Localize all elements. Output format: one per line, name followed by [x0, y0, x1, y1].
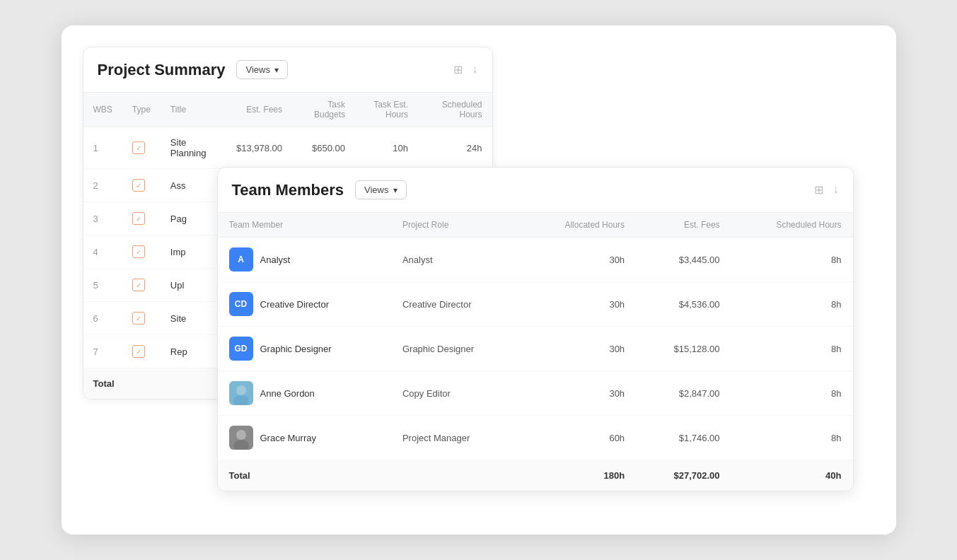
col-type: Type: [122, 93, 161, 127]
col-est-fees: Est. Fees: [226, 93, 292, 127]
type-cell: ✓: [122, 127, 161, 169]
title-cell: Site Planning: [161, 127, 226, 169]
checkbox-icon[interactable]: ✓: [132, 212, 145, 225]
scheduled-hours-cell: 8h: [731, 371, 853, 416]
member-name: Analyst: [260, 255, 291, 265]
est-fees-cell: $1,746.00: [636, 416, 731, 460]
type-cell: ✓: [122, 169, 161, 202]
table-row: 1 ✓ Site Planning $13,978.00 $650.00 10h…: [83, 127, 492, 169]
chevron-down-icon: [274, 64, 279, 75]
member-name: Grace Murray: [260, 433, 316, 443]
type-cell: ✓: [122, 269, 161, 302]
member-cell: Grace Murray: [218, 416, 391, 460]
svg-point-1: [236, 385, 246, 395]
grid-icon[interactable]: [814, 183, 823, 197]
project-summary-icons: [453, 63, 478, 76]
col-task-est-hours: Task Est. Hours: [355, 93, 418, 127]
avatar: CD: [229, 292, 253, 316]
checkbox-icon[interactable]: ✓: [132, 345, 145, 358]
role-cell: Copy Editor: [391, 371, 521, 416]
member-name: Creative Director: [260, 299, 330, 310]
team-members-table: Team Member Project Role Allocated Hours…: [218, 213, 853, 491]
table-row: A Analyst Analyst 30h $3,445.00 8h: [218, 238, 853, 282]
role-cell: Project Manager: [391, 416, 521, 460]
type-cell: ✓: [122, 235, 161, 269]
team-members-title: Team Members: [232, 181, 344, 199]
col-est-fees: Est. Fees: [636, 213, 731, 238]
download-icon[interactable]: [833, 183, 839, 197]
allocated-hours-cell: 30h: [521, 327, 636, 371]
type-cell: ✓: [122, 302, 161, 335]
col-title: Title: [161, 93, 226, 127]
table-row: CD Creative Director Creative Director 3…: [218, 282, 853, 327]
col-task-budgets: Task Budgets: [292, 93, 355, 127]
total-scheduled-hours: 40h: [731, 460, 853, 491]
team-members-header: Team Members Views: [218, 168, 853, 213]
avatar: [229, 426, 253, 450]
avatar: [229, 381, 253, 405]
svg-point-4: [236, 430, 246, 440]
member-cell: Anne Gordon: [218, 371, 391, 416]
team-members-icons: [814, 183, 839, 197]
team-total-row: Total 180h $27,702.00 40h: [218, 460, 853, 491]
est-fees-cell: $4,536.00: [636, 282, 731, 327]
wbs-cell: 7: [83, 335, 122, 368]
col-wbs: WBS: [83, 93, 122, 127]
scheduled-hours-cell: 8h: [731, 327, 853, 371]
scheduled-hours-cell: 8h: [731, 238, 853, 282]
summary-table-header-row: WBS Type Title Est. Fees Task Budgets Ta…: [83, 93, 492, 127]
wbs-cell: 3: [83, 202, 122, 235]
checkbox-icon[interactable]: ✓: [132, 179, 145, 192]
member-cell: GD Graphic Designer: [218, 327, 391, 371]
project-summary-title: Project Summary: [98, 61, 226, 79]
avatar: A: [229, 247, 253, 272]
type-cell: ✓: [122, 202, 161, 235]
wbs-cell: 5: [83, 269, 122, 302]
task-est-hours-cell: 10h: [355, 127, 418, 169]
member-name: Anne Gordon: [260, 388, 315, 399]
total-label: Total: [218, 460, 522, 491]
wbs-cell: 1: [83, 127, 122, 169]
est-fees-cell: $15,128.00: [636, 327, 731, 371]
role-cell: Analyst: [391, 238, 521, 282]
col-scheduled-hours: Scheduled Hours: [731, 213, 853, 238]
allocated-hours-cell: 30h: [521, 238, 636, 282]
table-row: GD Graphic Designer Graphic Designer 30h…: [218, 327, 853, 371]
allocated-hours-cell: 30h: [521, 371, 636, 416]
table-row: Anne Gordon Copy Editor 30h $2,847.00 8h: [218, 371, 853, 416]
est-fees-cell: $3,445.00: [636, 238, 731, 282]
avatar: GD: [229, 337, 253, 361]
scheduled-hours-cell: 8h: [731, 416, 853, 460]
checkbox-icon[interactable]: ✓: [132, 279, 145, 291]
col-project-role: Project Role: [391, 213, 521, 238]
scheduled-hours-cell: 8h: [731, 282, 853, 327]
wbs-cell: 6: [83, 302, 122, 335]
allocated-hours-cell: 60h: [521, 416, 636, 460]
total-allocated-hours: 180h: [521, 460, 636, 491]
chevron-down-icon: [393, 185, 398, 195]
col-team-member: Team Member: [218, 213, 391, 238]
total-label: Total: [83, 368, 226, 399]
est-fees-cell: $13,978.00: [226, 127, 292, 169]
project-summary-header: Project Summary Views: [83, 47, 492, 93]
wbs-cell: 2: [83, 169, 122, 202]
project-summary-views-button[interactable]: Views: [236, 60, 287, 79]
allocated-hours-cell: 30h: [521, 282, 636, 327]
scheduled-hours-cell: 24h: [418, 127, 492, 169]
total-est-fees: $27,702.00: [636, 460, 731, 491]
task-budgets-cell: $650.00: [292, 127, 355, 169]
checkbox-icon[interactable]: ✓: [132, 312, 145, 325]
team-table-header-row: Team Member Project Role Allocated Hours…: [218, 213, 853, 238]
est-fees-cell: $2,847.00: [636, 371, 731, 416]
download-icon[interactable]: [472, 63, 478, 76]
type-cell: ✓: [122, 335, 161, 368]
col-allocated-hours: Allocated Hours: [521, 213, 636, 238]
wbs-cell: 4: [83, 235, 122, 269]
col-scheduled-hours: Scheduled Hours: [418, 93, 492, 127]
checkbox-icon[interactable]: ✓: [132, 141, 145, 154]
checkbox-icon[interactable]: ✓: [132, 245, 145, 258]
member-cell: CD Creative Director: [218, 282, 391, 327]
member-name: Graphic Designer: [260, 344, 332, 354]
grid-icon[interactable]: [453, 63, 463, 76]
team-members-views-button[interactable]: Views: [355, 180, 406, 199]
